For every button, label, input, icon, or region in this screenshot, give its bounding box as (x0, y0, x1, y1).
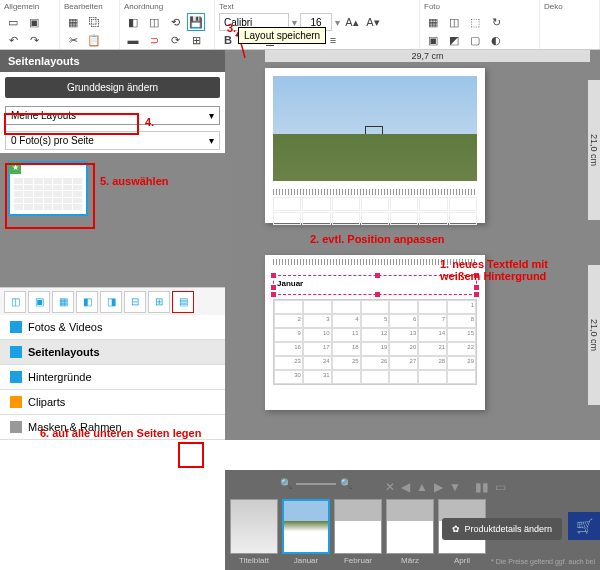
photos-per-page-select[interactable]: 0 Foto(s) pro Seite ▾ (5, 131, 220, 150)
photo-border-icon[interactable]: ▢ (466, 31, 484, 49)
sidebar-tabs: Fotos & Videos Seitenlayouts Hintergründ… (0, 315, 225, 440)
nav-prev-icon[interactable]: ◀ (399, 478, 412, 496)
layer-icon[interactable]: ▦ (64, 13, 82, 31)
align-text-icon[interactable]: ≡ (324, 31, 342, 49)
nav-up-icon[interactable]: ▲ (414, 478, 430, 496)
rotate-icon[interactable]: ⟳ (166, 31, 184, 49)
zoom-out-icon[interactable]: 🔍 (280, 478, 292, 489)
font-increase-icon[interactable]: A▴ (343, 13, 361, 31)
photo-placeholder[interactable] (273, 76, 477, 181)
nav-next-icon[interactable]: ▶ (432, 478, 445, 496)
ruler-vertical: 21,0 cm (588, 265, 600, 405)
redo-icon[interactable]: ↷ (25, 31, 43, 49)
layout-apply-bar: ◫ ▣ ▦ ◧ ◨ ⊟ ⊞ ▤ (0, 287, 225, 315)
open-icon[interactable]: ▣ (25, 13, 43, 31)
layout-opt-icon[interactable]: ⊟ (124, 291, 146, 313)
filmstrip-thumb[interactable]: Februar (334, 499, 382, 565)
tab-cliparts[interactable]: Cliparts (0, 390, 225, 415)
magnet-icon[interactable]: ⊃ (145, 31, 163, 49)
photo-rotate-icon[interactable]: ↻ (487, 13, 505, 31)
ribbon-group-label: Foto (424, 2, 535, 11)
save-layout-tooltip: Layout speichern (238, 27, 326, 44)
filmstrip-thumb[interactable]: März (386, 499, 434, 565)
favorite-star-icon: ★ (9, 162, 21, 174)
photos-per-page-label: 0 Foto(s) pro Seite (11, 135, 94, 146)
grid-icon[interactable]: ⊞ (187, 31, 205, 49)
clipart-icon (10, 396, 22, 408)
cut-icon[interactable]: ✂ (64, 31, 82, 49)
layout-thumbnails-area: ★ (0, 153, 225, 287)
bold-icon[interactable]: B (219, 31, 237, 49)
flip-icon[interactable]: ⟲ (166, 13, 184, 31)
nav-buttons: ✕ ◀ ▲ ▶ ▼ ▮▮ ▭ (383, 478, 508, 496)
gear-icon: ✿ (452, 524, 460, 534)
ribbon-group-label: Anordnung (124, 2, 210, 11)
view-single-icon[interactable]: ▭ (493, 478, 508, 496)
copy-icon[interactable]: ⿻ (85, 13, 103, 31)
tab-masken[interactable]: Masken & Rahmen (0, 415, 225, 440)
chevron-down-icon: ▾ (209, 110, 214, 121)
font-decrease-icon[interactable]: A▾ (364, 13, 382, 31)
layout-opt-icon[interactable]: ▣ (28, 291, 50, 313)
photo-filter-icon[interactable]: ▦ (424, 13, 442, 31)
filmstrip-thumb[interactable]: Titelblatt (230, 499, 278, 565)
apply-all-bottom-icon[interactable]: ▤ (172, 291, 194, 313)
cart-button[interactable]: 🛒 (568, 512, 600, 540)
tab-fotos[interactable]: Fotos & Videos (0, 315, 225, 340)
layout-opt-icon[interactable]: ◧ (76, 291, 98, 313)
layout-opt-icon[interactable]: ◫ (4, 291, 26, 313)
sidebar: Seitenlayouts Grunddesign ändern Meine L… (0, 50, 225, 440)
layout-thumbnail[interactable]: ★ (8, 161, 88, 216)
paste-icon[interactable]: 📋 (85, 31, 103, 49)
filmstrip-thumb[interactable]: Januar (282, 499, 330, 565)
calendar-grid[interactable]: 1 2345678 9101112131415 16171819202122 2… (273, 299, 477, 385)
calendar-page-bottom[interactable]: Januar 1 2345678 9101112131415 161718192… (265, 255, 485, 410)
ribbon-group-label: Deko (544, 2, 595, 11)
camera-icon (10, 321, 22, 333)
mask-icon (10, 421, 22, 433)
ribbon-group-label: Text (219, 2, 415, 11)
photo-shadow-icon[interactable]: ◩ (445, 31, 463, 49)
zoom-in-icon[interactable]: 🔍 (340, 478, 352, 489)
canvas-area[interactable]: 29,7 cm 21,0 cm 21,0 cm Januar (225, 50, 600, 440)
calendar-mini-grid (273, 197, 477, 225)
ribbon-group-label: Bearbeiten (64, 2, 115, 11)
spiral-binding (273, 189, 477, 195)
tab-seitenlayouts[interactable]: Seitenlayouts (0, 340, 225, 365)
ruler-horizontal: 29,7 cm (265, 50, 590, 62)
annotation-2: 2. evtl. Position anpassen (310, 233, 445, 245)
product-details-button[interactable]: ✿ Produktdetails ändern (442, 518, 562, 540)
align-center-icon[interactable]: ◫ (145, 13, 163, 31)
photo-crop-icon[interactable]: ◫ (445, 13, 463, 31)
undo-icon[interactable]: ↶ (4, 31, 22, 49)
annotation-box-6 (178, 442, 204, 468)
photo-mask-icon[interactable]: ◐ (487, 31, 505, 49)
spiral-binding (273, 259, 477, 265)
new-icon[interactable]: ▭ (4, 13, 22, 31)
calendar-page-top[interactable] (265, 68, 485, 223)
tab-hintergruende[interactable]: Hintergründe (0, 365, 225, 390)
view-toggle-icon[interactable]: ▮▮ (473, 478, 491, 496)
price-footnote: * Die Preise geltend ggf. auch bei (491, 558, 595, 565)
align-bottom-icon[interactable]: ▬ (124, 31, 142, 49)
save-layout-icon[interactable]: 💾 (187, 13, 205, 31)
layout-category-label: Meine Layouts (11, 110, 76, 121)
ruler-vertical: 21,0 cm (588, 80, 600, 220)
layout-opt-icon[interactable]: ⊞ (148, 291, 170, 313)
bottom-panel: 🔍 🔍 ✕ ◀ ▲ ▶ ▼ ▮▮ ▭ Titelblatt Januar Feb… (225, 470, 600, 570)
layout-opt-icon[interactable]: ▦ (52, 291, 74, 313)
chevron-down-icon: ▾ (209, 135, 214, 146)
layout-category-select[interactable]: Meine Layouts ▾ (5, 106, 220, 125)
bench-graphic (365, 126, 383, 134)
align-left-icon[interactable]: ◧ (124, 13, 142, 31)
change-design-button[interactable]: Grunddesign ändern (5, 77, 220, 98)
nav-first-icon[interactable]: ✕ (383, 478, 397, 496)
month-textfield[interactable]: Januar (273, 275, 477, 295)
layout-opt-icon[interactable]: ◨ (100, 291, 122, 313)
zoom-control[interactable]: 🔍 🔍 (280, 478, 352, 489)
background-icon (10, 371, 22, 383)
photo-frame-icon[interactable]: ▣ (424, 31, 442, 49)
nav-down-icon[interactable]: ▼ (447, 478, 463, 496)
ribbon-group-label: Allgemein (4, 2, 55, 11)
photo-effect-icon[interactable]: ⬚ (466, 13, 484, 31)
